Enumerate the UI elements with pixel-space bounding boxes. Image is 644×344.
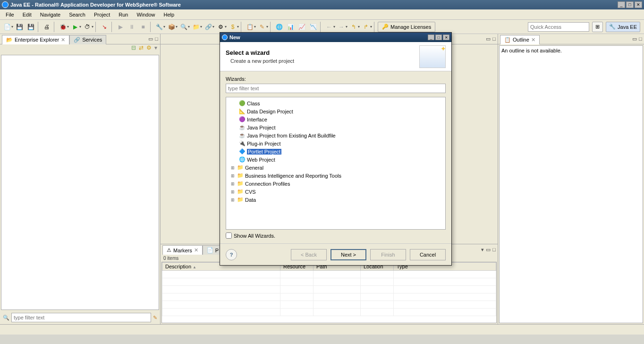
maximize-view-icon[interactable]: □ — [155, 36, 158, 42]
tool-j[interactable]: 📊 — [285, 22, 296, 32]
tool-e[interactable]: 🔗 — [203, 22, 213, 32]
expand-icon[interactable]: ⊞ — [230, 189, 236, 194]
tab-markers[interactable]: ⚠ Markers ✕ — [162, 245, 203, 255]
wizard-item-general[interactable]: ⊞📁General — [228, 163, 443, 172]
debug-button[interactable]: 🐞 — [58, 22, 68, 32]
stop-button[interactable]: ■ — [138, 22, 148, 32]
close-icon[interactable]: ✕ — [194, 247, 198, 253]
menu-help[interactable]: Help — [160, 11, 178, 18]
finish-button[interactable]: Finish — [370, 249, 406, 260]
wizard-item-connection-profiles[interactable]: ⊞📁Connection Profiles — [228, 180, 443, 188]
quick-access-input[interactable] — [528, 22, 589, 32]
globe-button[interactable]: 🌐 — [274, 22, 284, 32]
expand-icon[interactable]: ⊞ — [230, 165, 236, 170]
nav-fwd[interactable]: → — [336, 22, 347, 32]
wizard-item-data[interactable]: ⊞📁Data — [228, 196, 443, 204]
minimize-view-icon[interactable]: ▭ — [486, 247, 491, 253]
tab-enterprise-explorer[interactable]: 📂 Enterprise Explorer ✕ — [2, 35, 69, 44]
menu-edit[interactable]: Edit — [19, 11, 35, 18]
pause-button[interactable]: ⏸ — [127, 22, 137, 32]
expand-icon[interactable]: ⊞ — [230, 181, 236, 186]
save-button[interactable]: 💾 — [14, 22, 25, 32]
new-button[interactable]: 📄 — [2, 22, 12, 32]
menu-icon[interactable]: ▾ — [481, 247, 484, 253]
maximize-button[interactable]: □ — [435, 34, 442, 40]
maximize-button[interactable]: □ — [626, 1, 634, 8]
tool-h[interactable]: 📋 — [245, 22, 255, 32]
menu-file[interactable]: File — [2, 11, 18, 18]
show-all-checkbox[interactable]: Show All Wizards. — [226, 232, 446, 239]
minimize-view-icon[interactable]: ▭ — [486, 36, 491, 42]
tool-b[interactable]: 📦 — [166, 22, 177, 32]
wizard-item-java-project-from-existing-ant-buildfile[interactable]: ☕Java Project from Existing Ant Buildfil… — [228, 131, 443, 139]
wizard-item-java-project[interactable]: ☕Java Project — [228, 123, 443, 131]
tool-c[interactable]: 🔍 — [178, 22, 189, 32]
print-button[interactable]: 🖨 — [42, 22, 52, 32]
wizard-item-cvs[interactable]: ⊞📁CVS — [228, 188, 443, 196]
minimize-view-icon[interactable]: ▭ — [148, 36, 153, 42]
menu-project[interactable]: Project — [90, 11, 114, 18]
wizard-filter-input[interactable] — [226, 84, 446, 93]
minimize-button[interactable]: _ — [428, 34, 434, 40]
wizard-item-class[interactable]: 🟢Class — [228, 99, 443, 107]
expand-icon[interactable]: ⊞ — [230, 173, 236, 178]
wizard-item-plug-in-project[interactable]: 🔌Plug-in Project — [228, 139, 443, 147]
back-button[interactable]: < Back — [291, 249, 327, 260]
help-button[interactable]: ? — [226, 249, 237, 260]
perspective-javaee[interactable]: 🔧 Java EE — [606, 22, 640, 32]
collapse-icon[interactable]: ⊟ — [131, 44, 136, 54]
wizard-item-web-project[interactable]: 🌐Web Project — [228, 155, 443, 163]
next-button[interactable]: Next > — [330, 249, 366, 260]
wand-button[interactable]: ↘ — [99, 22, 110, 32]
wizard-item-portlet-project[interactable]: 🔷Portlet Project — [228, 147, 443, 155]
link-icon[interactable]: ⇄ — [139, 44, 144, 54]
dropdown-icon[interactable]: ▾ — [79, 25, 81, 29]
minimize-button[interactable]: _ — [618, 1, 625, 8]
markers-table[interactable]: Description ▲ Resource Path Location Typ… — [161, 262, 497, 323]
run-button[interactable]: ▶ — [70, 22, 80, 32]
tool-f[interactable]: ⚙ — [215, 22, 226, 32]
menu-navigate[interactable]: Navigate — [36, 11, 64, 18]
tool-l[interactable]: 📉 — [308, 22, 318, 32]
tool-d[interactable]: 📁 — [191, 22, 201, 32]
wizard-item-data-design-project[interactable]: 📐Data Design Project — [228, 107, 443, 115]
close-button[interactable]: ✕ — [635, 1, 642, 8]
play-button[interactable]: ▶ — [115, 22, 126, 32]
close-icon[interactable]: ✕ — [531, 37, 535, 43]
show-all-input[interactable] — [226, 232, 232, 239]
saveall-button[interactable]: 💾 — [25, 22, 36, 32]
tab-outline[interactable]: 📋 Outline ✕ — [500, 35, 540, 44]
close-button[interactable]: ✕ — [443, 34, 449, 40]
explorer-filter-input[interactable] — [11, 313, 151, 322]
tool-i[interactable]: ✎ — [257, 22, 267, 32]
open-perspective-button[interactable]: ⊞ — [592, 22, 603, 32]
dropdown-icon[interactable]: ▾ — [67, 25, 69, 29]
menu-run[interactable]: Run — [115, 11, 132, 18]
maximize-view-icon[interactable]: □ — [492, 247, 496, 253]
tool-g[interactable]: $ — [228, 22, 238, 32]
tab-services[interactable]: 🔗 Services — [69, 35, 106, 44]
dropdown-icon[interactable]: ▾ — [92, 25, 93, 29]
nav-up[interactable]: ↰ — [348, 22, 359, 32]
expand-icon[interactable]: ⊞ — [230, 198, 236, 202]
menu-window[interactable]: Window — [133, 11, 159, 18]
cancel-button[interactable]: Cancel — [410, 249, 446, 260]
minimize-view-icon[interactable]: ▭ — [632, 36, 637, 42]
maximize-view-icon[interactable]: □ — [639, 36, 642, 42]
close-icon[interactable]: ✕ — [61, 37, 65, 43]
filter-icon[interactable]: ⚙ — [146, 44, 152, 54]
dropdown-icon[interactable]: ▾ — [11, 25, 13, 29]
tool-k[interactable]: 📈 — [297, 22, 307, 32]
maximize-view-icon[interactable]: □ — [492, 36, 496, 42]
nav-last[interactable]: ↱ — [361, 22, 371, 32]
wizard-tree[interactable]: 🟢Class📐Data Design Project🟣Interface☕Jav… — [226, 97, 446, 230]
manage-licenses-button[interactable]: 🔑 Manage Licenses — [378, 22, 435, 32]
clear-icon[interactable]: ✎ — [153, 315, 157, 321]
menu-search[interactable]: Search — [65, 11, 89, 18]
nav-back[interactable]: ← — [324, 22, 334, 32]
profile-button[interactable]: ⏱ — [82, 22, 93, 32]
wizard-item-business-intelligence-and-reporting-tools[interactable]: ⊞📁Business Intelligence and Reporting To… — [228, 172, 443, 180]
tool-a[interactable]: 🔧 — [154, 22, 164, 32]
menu-icon[interactable]: ▾ — [154, 44, 157, 54]
wizard-item-interface[interactable]: 🟣Interface — [228, 115, 443, 123]
